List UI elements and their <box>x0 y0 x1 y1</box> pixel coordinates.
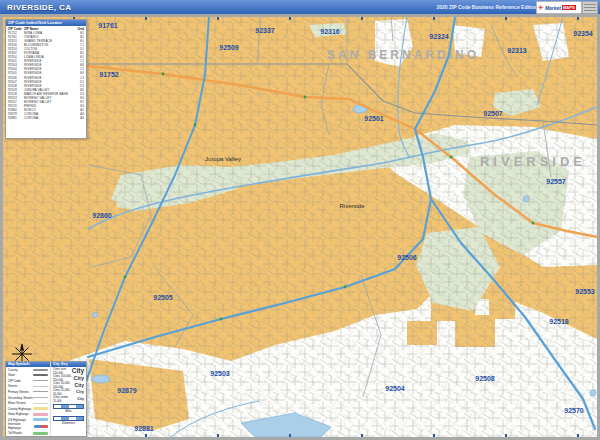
zip-label-92881: 92881 <box>134 425 153 432</box>
legend-row: Toll Roads <box>6 430 50 436</box>
zip-label-91752: 91752 <box>99 71 118 78</box>
index-row: 92881CORONAA4 <box>6 116 86 120</box>
zip-label-92316: 92316 <box>320 28 339 35</box>
legend-swatch <box>33 369 48 371</box>
zip-label-92354: 92354 <box>573 30 592 37</box>
scale-bar-miles: Miles <box>51 402 86 414</box>
grid-ticks-bottom <box>3 434 597 437</box>
title-bar: RIVERSIDE, CA 2020 ZIP Code Business Ref… <box>0 0 600 15</box>
map-poster-window: RIVERSIDE, CA 2020 ZIP Code Business Ref… <box>0 0 600 440</box>
logo-star-icon: ✳ <box>538 4 544 11</box>
scale-bar-kilometers: Kilometers <box>51 414 86 426</box>
zip-label-92553: 92553 <box>575 288 594 295</box>
map-canvas: SAN BERNARDINO RIVERSIDE Jurupa Valley R… <box>0 14 600 440</box>
marketmaps-logo: ✳ Market MAPS <box>536 1 582 14</box>
legend-row: Interstate Highways <box>6 422 50 430</box>
zip-label-92503: 92503 <box>210 370 229 377</box>
legend-swatch <box>33 407 48 410</box>
zip-label-92324: 92324 <box>429 33 448 40</box>
county-label-san-bernardino: SAN BERNARDINO <box>327 48 479 62</box>
map-legend: Map Symbols County State ZIP Code Street… <box>5 361 87 437</box>
map-graphic <box>3 17 597 437</box>
zip-label-92860: 92860 <box>92 212 111 219</box>
legend-swatch <box>33 374 48 376</box>
zip-label-92505: 92505 <box>153 294 172 301</box>
zip-label-92506: 92506 <box>397 254 416 261</box>
legend-swatch <box>33 397 48 398</box>
zip-label-92507: 92507 <box>483 110 502 117</box>
zip-label-92570: 92570 <box>564 407 583 414</box>
logo-side-box <box>582 1 598 14</box>
zip-index-panel: ZIP Code Index/Grid Locator ZIP Code ZIP… <box>5 19 87 139</box>
edition-label: 2020 ZIP Code Business Reference Edition <box>436 4 538 10</box>
zip-label-92879: 92879 <box>117 387 136 394</box>
zip-label-92504: 92504 <box>385 385 404 392</box>
zip-label-92509: 92509 <box>219 44 238 51</box>
zip-label-91761: 91761 <box>98 22 117 29</box>
logo-maps-badge: MAPS <box>562 5 576 10</box>
legend-swatch <box>33 418 48 421</box>
city-label-jurupa-valley: Jurupa Valley <box>205 156 241 162</box>
zip-label-92501: 92501 <box>364 115 383 122</box>
zip-label-92508: 92508 <box>475 375 494 382</box>
zip-label-92313: 92313 <box>507 47 526 54</box>
legend-swatch <box>33 432 48 435</box>
county-label-riverside: RIVERSIDE <box>480 154 586 169</box>
legend-swatch <box>33 413 48 416</box>
legend-swatch <box>33 403 48 404</box>
legend-swatch <box>34 425 49 428</box>
zip-label-92337: 92337 <box>255 27 274 34</box>
zip-label-92518: 92518 <box>549 318 568 325</box>
grid-ticks-top <box>3 17 597 20</box>
page-title: RIVERSIDE, CA <box>0 3 71 12</box>
zip-label-92557: 92557 <box>546 178 565 185</box>
legend-swatch <box>33 386 48 387</box>
city-label-riverside: Riverside <box>339 203 364 209</box>
city-key-row: Cities under 25,000City <box>51 395 86 402</box>
logo-brand-text: Market <box>545 5 561 11</box>
legend-swatch <box>33 380 48 381</box>
legend-swatch <box>33 391 48 392</box>
legend-symbols-column: Map Symbols County State ZIP Code Street… <box>6 362 51 436</box>
legend-city-key-column: City_Key Cities over 250,000City Cities … <box>51 362 86 436</box>
